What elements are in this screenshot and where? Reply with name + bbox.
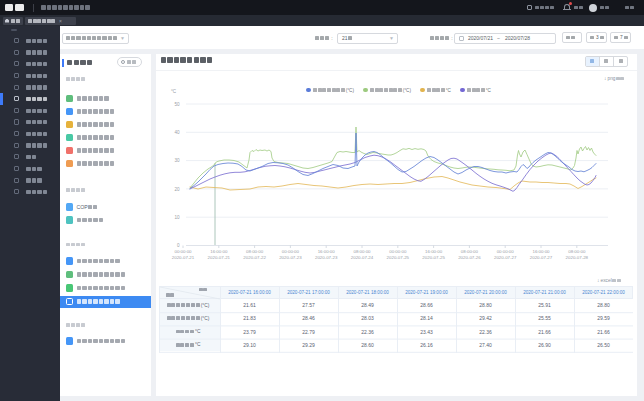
svg-text:00:00:00: 00:00:00 bbox=[174, 249, 192, 254]
svg-text:2020-07-21: 2020-07-21 bbox=[208, 255, 231, 260]
svg-text:2020-07-23: 2020-07-23 bbox=[279, 255, 302, 260]
svg-text:00:00:00: 00:00:00 bbox=[497, 249, 515, 254]
svg-text:00:00:00: 00:00:00 bbox=[282, 249, 300, 254]
svg-text:50: 50 bbox=[174, 102, 180, 107]
svg-text:0: 0 bbox=[177, 243, 180, 248]
svg-text:16:00:00: 16:00:00 bbox=[318, 249, 336, 254]
svg-text:08:00:00: 08:00:00 bbox=[246, 249, 264, 254]
svg-text:2020-07-23: 2020-07-23 bbox=[315, 255, 338, 260]
svg-text:2020-07-28: 2020-07-28 bbox=[566, 255, 589, 260]
svg-text:20: 20 bbox=[174, 187, 180, 192]
svg-text:2020-07-25: 2020-07-25 bbox=[422, 255, 445, 260]
svg-text:08:00:00: 08:00:00 bbox=[568, 249, 586, 254]
svg-text:16:00:00: 16:00:00 bbox=[210, 249, 228, 254]
svg-text:2020-07-24: 2020-07-24 bbox=[351, 255, 374, 260]
svg-text:16:00:00: 16:00:00 bbox=[532, 249, 550, 254]
svg-text:2020-07-22: 2020-07-22 bbox=[243, 255, 266, 260]
svg-text:2020-07-21: 2020-07-21 bbox=[172, 255, 195, 260]
svg-text:30: 30 bbox=[174, 158, 180, 163]
svg-text:16:00:00: 16:00:00 bbox=[425, 249, 443, 254]
svg-text:08:00:00: 08:00:00 bbox=[353, 249, 371, 254]
svg-text:2020-07-25: 2020-07-25 bbox=[387, 255, 410, 260]
svg-text:08:00:00: 08:00:00 bbox=[461, 249, 479, 254]
svg-text:10: 10 bbox=[174, 215, 180, 220]
svg-text:2020-07-27: 2020-07-27 bbox=[530, 255, 553, 260]
svg-text:2020-07-26: 2020-07-26 bbox=[458, 255, 481, 260]
svg-text:2020-07-27: 2020-07-27 bbox=[494, 255, 517, 260]
svg-text:40: 40 bbox=[174, 130, 180, 135]
svg-text:00:00:00: 00:00:00 bbox=[389, 249, 407, 254]
